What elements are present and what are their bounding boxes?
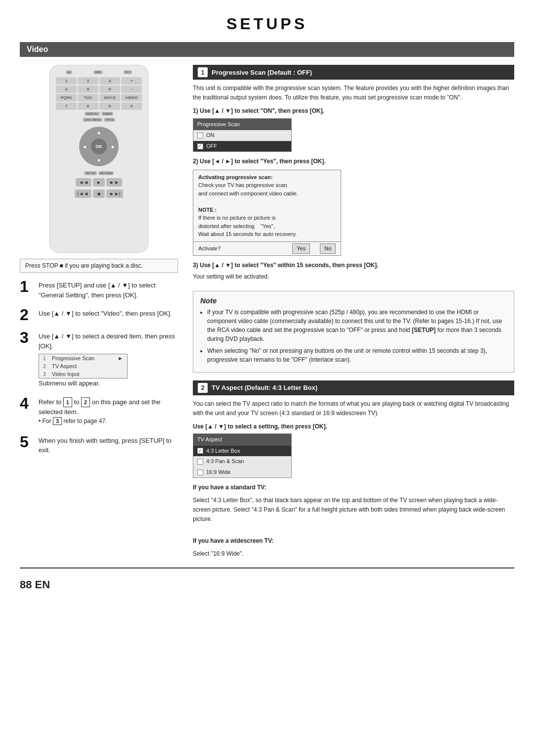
step3-instruction: 3) Use [▲ / ▼] to select "Yes" within 15… [193,261,514,270]
tv-aspect-panscan-label: 4:3 Pan & Scan [206,457,244,466]
activate-no-btn[interactable]: No [320,243,336,254]
remote-btn-1: 1 [56,77,77,85]
tv-aspect-letterbox-label: 4:3 Letter Box [206,447,240,456]
remote-stop-btn: ■ [93,189,105,198]
standard-tv-text: Select "4:3 Letter Box", so that black b… [193,496,514,524]
remote-btn-3: 3 [99,77,120,85]
note-box: Note If your TV is compatible with progr… [193,291,514,373]
note-bullet-1: If your TV is compatible with progressiv… [207,308,507,343]
step3-bold: 3) Use [▲ / ▼] to select "Yes" within 15… [193,262,378,269]
warning-line2: Check your TV has progressive scan [198,182,287,188]
main-content: AV RBC PLY 1 2 3 + 4 5 6 − PQRS [20,65,514,567]
remote-title-btn: TITLE [104,118,115,122]
step1-instruction: 1) Use [▲ / ▼] to select "ON", then pres… [193,106,514,116]
standard-tv-title: If you have a standard TV: [193,483,514,492]
remote-btn-5: 5 [78,86,98,93]
remote-ok-btn: OK [91,139,107,154]
section-2-intro: You can select the TV aspect ratio to ma… [193,399,514,418]
remote-return-btn: RETURN [98,171,114,175]
section-progressive-scan: 1 Progressive Scan (Default : OFF) This … [193,65,514,282]
tv-aspect-wide-row: 16:9 Wide [193,467,291,478]
remote-nav-circle: ▲ ▼ ◄ ► OK [79,127,119,166]
tv-aspect-wide-label: 16:9 Wide [206,468,231,477]
prog-scan-on-row: ON [193,130,291,141]
remote-setup-btn: SETUP [84,171,97,175]
remote-btn-0: 0 [121,102,142,110]
section-1-header: 1 Progressive Scan (Default : OFF) [193,65,514,80]
step-4: 4 Refer to 1 to 2 on this page and set t… [20,395,178,427]
remote-prev-btn: |◄◄ [75,189,91,198]
right-column: 1 Progressive Scan (Default : OFF) This … [193,65,514,567]
remote-play-btn: PLY [124,70,132,74]
page-title: SETUPS [20,15,514,33]
section-header: Video [20,42,514,57]
tv-aspect-panscan-check [197,459,203,465]
remote-btn-video: VIDEO [121,94,142,101]
tv-aspect-header: TV Aspect [193,434,291,446]
warning-note-3: Wait about 15 seconds for auto recovery. [198,231,297,237]
prog-scan-on-checkbox [197,133,203,139]
remote-btn-6: 6 [99,86,120,93]
remote-btn-2: 2 [78,77,98,85]
note-bullet-2: When selecting "No" or not pressing any … [207,346,507,364]
remote-setup-row: SETUP RETURN [56,171,142,175]
remote-rbc-btn: RBC [93,70,103,74]
section-2-num: 2 [198,383,208,393]
remote-disc-row: DISC MENU TITLE [56,118,142,122]
remote-btn-7: 7 [56,102,77,110]
bottom-divider [20,567,514,568]
prog-scan-header: Progressive Scan [193,119,291,131]
tv-aspect-letterbox-row: 4:3 Letter Box [193,446,291,457]
tv-aspect-instruction: Use [▲ / ▼] to select a setting, then pr… [193,422,514,431]
stop-note: Press STOP ■ if you are playing back a d… [20,259,178,273]
warning-line3: and connect with component video cable. [198,190,298,196]
tv-aspect-letterbox-check [197,448,203,454]
step-3-number: 3 [20,330,34,345]
widescreen-tv-text: Select "16:9 Wide". [193,549,514,559]
prog-scan-off-label: OFF [206,142,217,151]
activate-label: Activate? [198,244,282,253]
remote-nav-up: ▲ [96,130,101,135]
warning-box-content: Activating progressive scan: Check your … [193,170,341,241]
stop-note-text: Press STOP ■ if you are playing back a d… [25,262,143,269]
left-column: AV RBC PLY 1 2 3 + 4 5 6 − PQRS [20,65,178,567]
remote-playback-row2: |◄◄ ■ ►►| [56,189,142,198]
remote-image: AV RBC PLY 1 2 3 + 4 5 6 − PQRS [49,65,148,253]
page: SETUPS Video AV RBC PLY 1 2 [0,0,534,756]
step-2-content: Use [▲ / ▼] to select "Video", then pres… [39,307,178,319]
remote-btn-tuv: TUV [78,94,98,101]
step-2-number: 2 [20,307,34,323]
remote-timer-btn: TIMER [101,112,114,116]
remote-btn-minus: − [121,86,142,93]
step-4-content: Refer to 1 to 2 on this page and set the… [39,395,178,427]
warning-box: Activating progressive scan: Check your … [193,170,341,256]
step3-sub: Your setting will be activated. [193,272,514,282]
step-4-note: • For 3 refer to page 47. [39,417,178,425]
widescreen-tv-title-bold: If you have a widescreen TV: [193,537,273,544]
prog-scan-ui-box: Progressive Scan ON OFF [193,118,292,152]
tv-aspect-wide-check [197,470,203,475]
section-1-body: This unit is compatible with the progres… [193,84,514,282]
section-tv-aspect: 2 TV Aspect (Default: 4:3 Letter Box) Yo… [193,380,514,559]
standard-tv-title-bold: If you have a standard TV: [193,484,267,491]
step-1: 1 Press [SETUP] and use [▲ / ▼] to selec… [20,279,178,300]
warning-box-footer: Activate? Yes No [193,241,341,256]
step-5: 5 When you finish with setting, press [S… [20,434,178,455]
remote-middle-row: DISPLAY TIMER [56,112,142,116]
section-1-intro: This unit is compatible with the progres… [193,84,514,102]
submenu-row-3: 3 Video Input [39,370,127,378]
section-1-num: 1 [198,67,208,77]
step-4-text: Refer to 1 to 2 on this page and set the… [39,397,178,417]
activate-yes-btn[interactable]: Yes [292,243,310,254]
step-1-number: 1 [20,279,34,294]
warning-note-1: If there is no picture or picture is [198,215,276,221]
remote-av-btn: AV [66,70,73,74]
prog-scan-off-checkbox [197,143,203,149]
step-5-number: 5 [20,434,34,450]
step-5-text: When you finish with setting, press [SET… [39,436,178,455]
section-2-header: 2 TV Aspect (Default: 4:3 Letter Box) [193,380,514,395]
remote-btn-pqrs: PQRS [56,94,77,101]
widescreen-tv-title: If you have a widescreen TV: [193,536,514,546]
remote-nav-left: ◄ [82,144,87,149]
step2-instruction: 2) Use [◄ / ►] to select "Yes", then pre… [193,157,514,166]
